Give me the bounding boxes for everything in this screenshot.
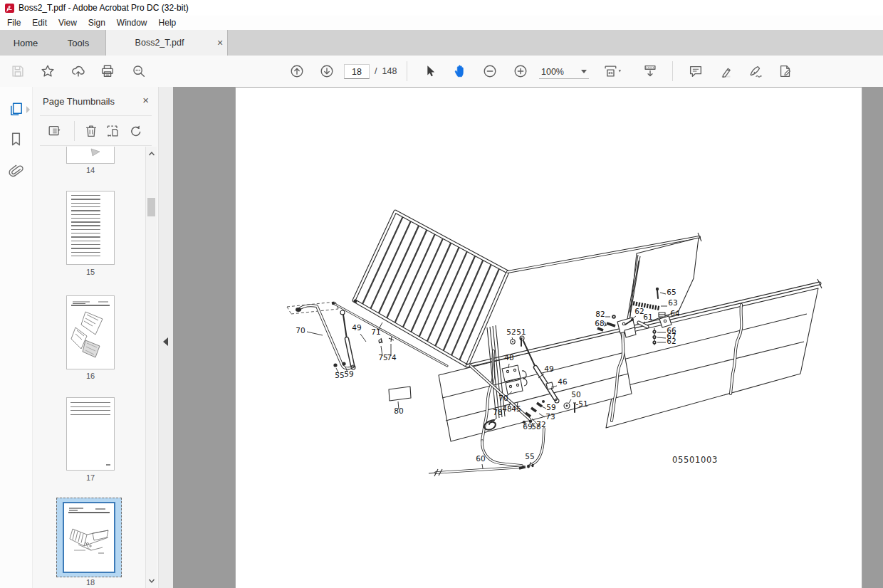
tab-home[interactable]: Home bbox=[0, 30, 51, 56]
tab-close-icon[interactable]: × bbox=[213, 37, 227, 48]
panel-collapse-strip[interactable] bbox=[158, 87, 173, 588]
previous-page-button[interactable] bbox=[289, 63, 305, 79]
part-label: 52 bbox=[506, 327, 516, 336]
insert-pages-button[interactable] bbox=[105, 123, 121, 139]
thumbnail-page-18 bbox=[63, 502, 115, 573]
comment-button[interactable] bbox=[688, 63, 704, 79]
delete-pages-button[interactable] bbox=[83, 123, 99, 139]
options-icon bbox=[47, 123, 63, 139]
panel-close-icon[interactable]: × bbox=[142, 94, 149, 106]
sign-button[interactable] bbox=[748, 63, 763, 79]
panel-header: Page Thumbnails × bbox=[33, 87, 159, 115]
thumbnail-page-17[interactable] bbox=[66, 397, 115, 471]
rotate-pages-button[interactable] bbox=[127, 123, 143, 139]
scroll-mode-button[interactable] bbox=[642, 63, 658, 79]
thumbnail-page-15[interactable] bbox=[66, 191, 115, 265]
part-leader-line bbox=[482, 464, 483, 468]
attachments-rail-button[interactable] bbox=[8, 164, 24, 180]
highlight-button[interactable] bbox=[719, 63, 734, 79]
menu-edit[interactable]: Edit bbox=[31, 18, 54, 28]
thumbnail-15-preview bbox=[70, 195, 111, 259]
favorites-button[interactable] bbox=[40, 63, 56, 79]
window-title: Boss2_T.pdf - Adobe Acrobat Pro DC (32-b… bbox=[19, 3, 189, 13]
print-button[interactable] bbox=[100, 63, 115, 79]
thumbnails-rail-button[interactable] bbox=[8, 101, 24, 117]
toolbar-divider bbox=[407, 61, 407, 81]
scroll-down-icon[interactable] bbox=[148, 577, 155, 584]
thumbnail-options-button[interactable] bbox=[47, 123, 63, 139]
page-fit-button[interactable] bbox=[602, 63, 626, 79]
thumbnail-page-18-selected[interactable] bbox=[56, 498, 122, 577]
fill-sign-button[interactable] bbox=[778, 63, 793, 79]
scrollbar-thumb[interactable] bbox=[147, 198, 155, 216]
share-button[interactable] bbox=[70, 63, 86, 79]
zoom-in-button[interactable] bbox=[513, 63, 528, 79]
collapse-panel-icon[interactable] bbox=[163, 337, 168, 346]
hand-tool-button[interactable] bbox=[452, 63, 468, 79]
page-number-input[interactable] bbox=[344, 64, 370, 79]
highlight-icon bbox=[719, 63, 734, 79]
part-label: 55 bbox=[525, 452, 534, 461]
part-label: 78 bbox=[493, 408, 502, 416]
select-tool-icon bbox=[422, 63, 438, 79]
part-label: 48 bbox=[504, 353, 513, 362]
part-label: 70 bbox=[296, 326, 305, 335]
thumbnail-list: 14 15 bbox=[33, 147, 159, 588]
insert-page-icon bbox=[105, 123, 121, 139]
tab-tools[interactable]: Tools bbox=[51, 30, 105, 56]
zoom-level-select[interactable]: 100% bbox=[539, 65, 589, 79]
toolbar-divider bbox=[672, 61, 673, 81]
part-label: 71 bbox=[371, 327, 380, 336]
quick-toolbar: / 148 100% bbox=[0, 56, 883, 88]
page-divider: / bbox=[375, 66, 377, 76]
gate-slat bbox=[411, 242, 452, 334]
save-button[interactable] bbox=[10, 63, 26, 79]
thumbnail-scrollbar[interactable] bbox=[145, 147, 157, 588]
tab-document[interactable]: Boss2_T.pdf × bbox=[105, 30, 228, 56]
next-page-button[interactable] bbox=[319, 63, 335, 79]
part-label: 51 bbox=[516, 327, 526, 336]
menu-help[interactable]: Help bbox=[157, 18, 184, 28]
search-button[interactable] bbox=[131, 63, 147, 79]
part-label: 82 bbox=[595, 310, 605, 318]
part-label: -51 bbox=[575, 399, 587, 408]
part-label: 70 bbox=[498, 394, 508, 402]
divider bbox=[74, 121, 75, 141]
part-label: 59 bbox=[546, 403, 555, 411]
zoom-out-button[interactable] bbox=[482, 63, 498, 79]
exploded-parts-diagram: 05501003 7049717574555980525149484670484… bbox=[236, 88, 862, 588]
figure-number: 05501003 bbox=[672, 455, 718, 465]
bookmarks-rail-button[interactable] bbox=[8, 131, 24, 147]
divider bbox=[40, 145, 152, 146]
hand-tool-icon bbox=[452, 63, 468, 79]
thumbnail-page-14[interactable] bbox=[66, 147, 115, 164]
star-icon bbox=[40, 63, 56, 79]
chevron-down-icon bbox=[581, 70, 587, 73]
part-label: 74 bbox=[387, 353, 397, 362]
select-tool-button[interactable] bbox=[422, 63, 438, 79]
thumbnail-16-number: 16 bbox=[33, 372, 148, 380]
menu-view[interactable]: View bbox=[57, 18, 84, 28]
part-label: 55 bbox=[335, 371, 344, 379]
main-area: Page Thumbnails × bbox=[0, 87, 883, 588]
thumbnail-17-number: 17 bbox=[33, 473, 148, 482]
part-label: 62 bbox=[667, 337, 676, 345]
panel-title: Page Thumbnails bbox=[43, 96, 115, 107]
pdf-page[interactable]: 05501003 7049717574555980525149484670484… bbox=[236, 88, 862, 588]
thumbnail-16-preview bbox=[67, 296, 114, 369]
phantom-outline bbox=[287, 302, 338, 314]
menu-sign[interactable]: Sign bbox=[87, 18, 113, 28]
thumbnail-page-16[interactable] bbox=[66, 295, 115, 369]
zoom-out-icon bbox=[482, 63, 498, 79]
menu-file[interactable]: File bbox=[6, 18, 28, 28]
fill-sign-icon bbox=[778, 63, 793, 79]
gate-slat bbox=[362, 216, 403, 305]
part-label: 49 bbox=[352, 323, 361, 332]
tab-bar: Home Tools Boss2_T.pdf × bbox=[0, 30, 883, 56]
thumbnail-15-number: 15 bbox=[33, 268, 148, 276]
scroll-up-icon[interactable] bbox=[148, 150, 155, 157]
page-up-icon bbox=[289, 63, 305, 79]
thumbnails-icon bbox=[8, 101, 24, 117]
part-label: 61 bbox=[643, 313, 652, 321]
menu-window[interactable]: Window bbox=[115, 18, 155, 28]
